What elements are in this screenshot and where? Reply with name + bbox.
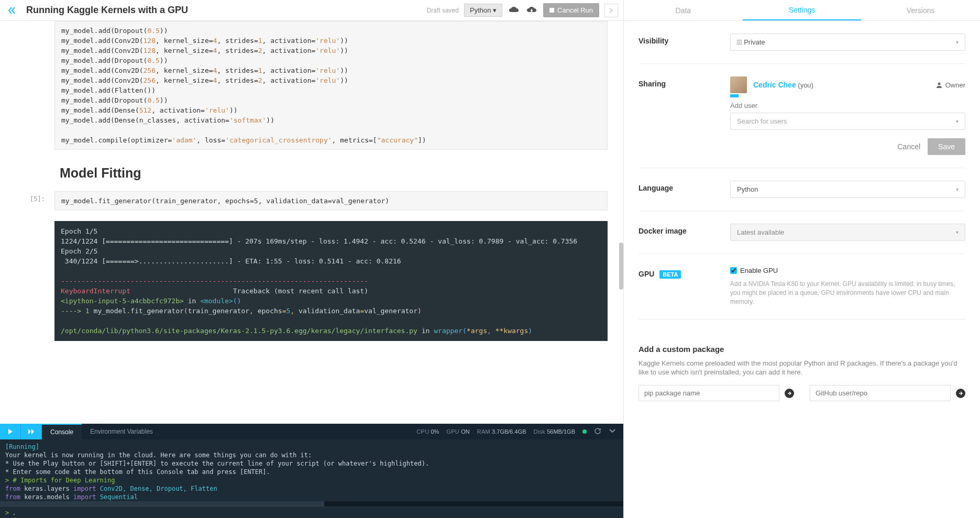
disk-value: 56MB/1GB (547, 428, 575, 435)
cell-prompt-5: [5]: (13, 191, 54, 221)
console-tab-console[interactable]: Console (42, 424, 82, 439)
code-content: my_model.fit_generator(train_generator, … (55, 192, 607, 210)
docker-value: Latest available (737, 228, 784, 236)
console-line: from keras.models import Sequential (5, 493, 618, 501)
chevron-down-icon: ▾ (956, 186, 959, 192)
console-line: > # Imports for Deep Learning (5, 476, 618, 484)
collapse-console-button[interactable] (609, 428, 616, 435)
gpu-help-text: Add a NVIDIA Tesla K80 to your Kernel. G… (730, 280, 965, 306)
search-placeholder: Search for users (737, 117, 787, 125)
custom-package-heading: Add a custom package (638, 345, 965, 354)
topbar: Running Kaggle Kernels with a GPU Draft … (0, 0, 623, 21)
search-users-dropdown[interactable]: Search for users ▾ (730, 113, 965, 130)
save-button[interactable]: Save (928, 138, 965, 155)
code-cell-fit[interactable]: my_model.fit_generator(train_generator, … (54, 191, 608, 211)
refresh-button[interactable] (594, 427, 601, 436)
setting-sharing: Sharing Cedric Chee (you) Owner Add user… (638, 64, 965, 168)
gpu-checkbox-input[interactable] (730, 267, 737, 274)
ram-value: 3.7GB/6.4GB (492, 428, 526, 435)
console-line: * Enter some code at the bottom of this … (5, 468, 618, 476)
console-line: from keras.layers import Conv2D, Dense, … (5, 484, 618, 493)
beta-badge: BETA (659, 270, 681, 279)
gpu-label: GPU BETA (638, 267, 730, 278)
language-label: Language (638, 181, 730, 192)
console-stats: CPU 0% GPU ON RAM 3.7GB/6.4GB Disk 56MB/… (416, 427, 623, 436)
console-header: Console Environment Variables CPU 0% GPU… (0, 424, 623, 439)
add-user-label: Add user (730, 102, 965, 109)
draft-saved-status: Draft saved (427, 7, 459, 14)
enable-gpu-checkbox[interactable]: Enable GPU (730, 267, 965, 274)
sharing-user-row: Cedric Chee (you) Owner (730, 76, 965, 93)
refresh-icon (594, 427, 601, 435)
add-github-package-button[interactable] (956, 389, 965, 398)
cancel-run-label: Cancel Run (557, 6, 593, 14)
arrow-right-icon (959, 391, 963, 395)
code-content: my_model.add(Dropout(0.5)) my_model.add(… (55, 21, 607, 149)
custom-package-help: Kaggle Kernels come preloaded with the m… (638, 359, 965, 377)
visibility-label: Visibility (638, 34, 730, 45)
owner-label: Owner (936, 81, 965, 89)
user-name-link[interactable]: Cedric Chee (753, 81, 796, 89)
scrollbar-thumb[interactable] (619, 243, 623, 290)
svg-point-0 (938, 83, 940, 85)
console-cursor: . (12, 509, 16, 516)
cloud-download-button[interactable] (525, 4, 538, 17)
setting-language: Language Python ▾ (638, 168, 965, 211)
language-selector[interactable]: Python ▾ (464, 4, 502, 17)
visibility-dropdown[interactable]: 👁⃠ Private ▾ (730, 34, 965, 51)
chevron-down-icon (609, 428, 616, 434)
cell-output: Epoch 1/5 1224/1224 [===================… (54, 221, 608, 341)
docker-label: Docker image (638, 224, 730, 235)
chevron-down-icon: ▾ (956, 118, 959, 124)
console-prompt: > (5, 509, 9, 516)
run-button[interactable] (0, 424, 21, 439)
console-output[interactable]: [Running] Your kernel is now running in … (0, 439, 623, 501)
language-dropdown[interactable]: Python ▾ (730, 181, 965, 198)
pip-package-input[interactable] (638, 385, 779, 401)
console-line: * Use the Play button or [SHIFT]+[ENTER]… (5, 459, 618, 468)
disk-label: Disk (534, 428, 546, 435)
collapse-sidebar-button[interactable] (5, 4, 19, 17)
console-tab-env-vars[interactable]: Environment Variables (82, 424, 161, 439)
setting-docker: Docker image Latest available ▾ (638, 211, 965, 254)
fast-forward-icon (28, 428, 35, 435)
run-all-button[interactable] (21, 424, 42, 439)
chevron-down-icon: ▾ (956, 229, 959, 235)
tab-data[interactable]: Data (624, 0, 743, 20)
notebook-scrollbar[interactable] (619, 21, 623, 424)
gpu-checkbox-label: Enable GPU (740, 267, 778, 274)
scrollbar-thumb[interactable] (0, 501, 324, 506)
status-indicator-icon (582, 429, 587, 434)
tab-versions[interactable]: Versions (861, 0, 980, 20)
setting-gpu: GPU BETA Enable GPU Add a NVIDIA Tesla K… (638, 254, 965, 319)
cancel-button[interactable]: Cancel (897, 142, 920, 151)
language-value: Python (737, 185, 758, 193)
visibility-value: Private (744, 38, 765, 46)
play-icon (8, 428, 13, 435)
eye-slash-icon: 👁⃠ (737, 38, 742, 46)
cloud-upload-button[interactable] (508, 4, 520, 17)
console-line: Your kernel is now running in the cloud.… (5, 451, 618, 459)
ram-label: RAM (477, 428, 490, 435)
user-icon (936, 82, 942, 88)
markdown-heading-model-fitting: Model Fitting (60, 166, 611, 181)
code-cell-model-build[interactable]: my_model.add(Dropout(0.5)) my_model.add(… (54, 21, 608, 150)
cloud-upload-icon (509, 7, 519, 14)
console-scrollbar[interactable] (0, 501, 623, 506)
arrow-right-icon (787, 391, 791, 395)
add-pip-package-button[interactable] (785, 389, 794, 398)
cpu-label: CPU (416, 428, 429, 435)
you-label: (you) (796, 81, 813, 89)
cancel-run-button[interactable]: Cancel Run (543, 3, 599, 17)
chevron-down-icon: ▾ (956, 39, 959, 45)
docker-dropdown[interactable]: Latest available ▾ (730, 224, 965, 241)
tab-settings[interactable]: Settings (743, 0, 862, 20)
avatar[interactable] (730, 76, 747, 93)
setting-custom-package: Add a custom package Kaggle Kernels come… (638, 319, 965, 414)
github-repo-input[interactable] (810, 385, 951, 401)
next-button[interactable] (604, 4, 618, 17)
kernel-title[interactable]: Running Kaggle Kernels with a GPU (26, 5, 188, 16)
console-input-row[interactable]: > . (0, 506, 623, 518)
notebook-area[interactable]: my_model.add(Dropout(0.5)) my_model.add(… (0, 21, 623, 424)
side-tabs: Data Settings Versions (624, 0, 980, 21)
